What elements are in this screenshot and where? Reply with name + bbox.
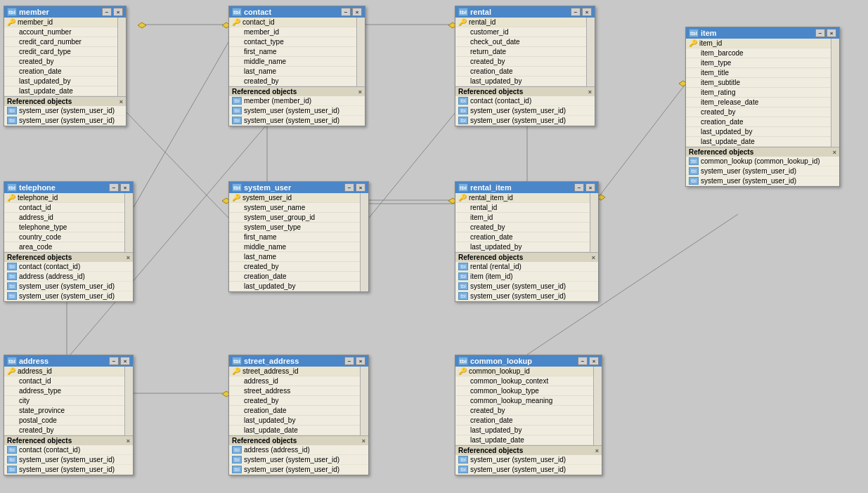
titlebar-contact[interactable]: tblcontact−× [229, 6, 365, 18]
table-column-row: return_date [455, 47, 586, 57]
minimize-btn-system_user[interactable]: − [344, 183, 354, 192]
ref-item: tblsystem_user (system_user_id) [229, 455, 368, 465]
table-column-row: last_update_date [229, 426, 360, 435]
column-name: first_name [244, 233, 357, 241]
table-column-row: creation_date [455, 67, 586, 77]
ref-item: tblsystem_user (system_user_id) [4, 106, 126, 116]
titlebar-rental[interactable]: tblrental−× [455, 6, 595, 18]
column-name: city [19, 397, 122, 405]
ref-title-address: Referenced objects [7, 437, 72, 445]
minimize-btn-street_address[interactable]: − [344, 357, 354, 365]
scrollbar-telephone[interactable] [124, 193, 133, 252]
minimize-btn-address[interactable]: − [109, 357, 119, 365]
close-btn-common_lookup[interactable]: × [589, 357, 599, 365]
ref-item: tbladdress (address_id) [4, 272, 133, 282]
ref-close-street_address[interactable]: × [362, 438, 365, 445]
table-column-row: item_release_date [686, 98, 831, 107]
close-btn-address[interactable]: × [120, 357, 130, 365]
table-column-row: credit_card_number [4, 37, 117, 47]
minimize-btn-item[interactable]: − [815, 29, 825, 37]
close-btn-telephone[interactable]: × [120, 183, 130, 192]
ref-item: tblsystem_user (system_user_id) [4, 455, 133, 465]
close-btn-system_user[interactable]: × [356, 183, 365, 192]
titlebar-rental_item[interactable]: tblrental_item−× [455, 182, 598, 193]
column-list-telephone: 🔑telephone_idcontact_idaddress_idtelepho… [4, 193, 124, 252]
ref-item-label: rental (rental_id) [470, 263, 522, 270]
titlebar-address[interactable]: tbladdress−× [4, 355, 133, 367]
scrollbar-common_lookup[interactable] [593, 367, 602, 445]
column-name: common_lookup_type [470, 387, 590, 395]
titlebar-street_address[interactable]: tblstreet_address−× [229, 355, 368, 367]
ref-close-rental[interactable]: × [588, 88, 592, 96]
table-column-row: rental_id [455, 203, 590, 213]
minimize-btn-telephone[interactable]: − [109, 183, 119, 192]
column-name: last_update_date [244, 426, 357, 434]
column-name: last_updated_by [470, 243, 587, 251]
column-name: telephone_type [19, 223, 122, 231]
titlebar-member[interactable]: tblmember−× [4, 6, 126, 18]
table-column-row: postal_code [4, 416, 124, 426]
table-title-street_address: street_address [244, 357, 299, 365]
minimize-btn-rental[interactable]: − [571, 8, 581, 16]
ref-close-common_lookup[interactable]: × [595, 447, 599, 454]
scrollbar-rental[interactable] [586, 18, 595, 86]
ref-item-icon: tbl [7, 292, 17, 300]
ref-section-street_address: Referenced objects×tbladdress (address_i… [229, 435, 368, 475]
ref-item-label: contact (contact_id) [470, 97, 531, 105]
table-column-row: creation_date [4, 67, 117, 77]
ref-close-telephone[interactable]: × [127, 254, 130, 261]
column-name: item_id [699, 39, 828, 47]
ref-item-label: system_user (system_user_id) [470, 107, 566, 114]
table-column-row: creation_date [455, 232, 590, 242]
minimize-btn-common_lookup[interactable]: − [578, 357, 588, 365]
titlebar-item[interactable]: tblitem−× [686, 27, 839, 39]
table-column-row: first_name [229, 47, 356, 57]
ref-item-label: system_user (system_user_id) [244, 456, 339, 464]
titlebar-system_user[interactable]: tblsystem_user−× [229, 182, 368, 193]
ref-close-address[interactable]: × [127, 438, 130, 445]
close-btn-rental_item[interactable]: × [585, 183, 595, 192]
close-btn-rental[interactable]: × [582, 8, 592, 16]
close-btn-item[interactable]: × [827, 29, 836, 37]
column-name: first_name [244, 48, 354, 55]
column-name: created_by [701, 108, 828, 116]
minimize-btn-member[interactable]: − [102, 8, 112, 16]
table-title-system_user: system_user [244, 183, 291, 192]
table-column-row: address_id [4, 213, 124, 223]
ref-title-telephone: Referenced objects [7, 254, 72, 261]
minimize-btn-contact[interactable]: − [341, 8, 351, 16]
scrollbar-member[interactable] [117, 18, 126, 96]
ref-close-member[interactable]: × [119, 98, 123, 105]
column-name: last_name [244, 253, 357, 261]
ref-item-label: contact (contact_id) [19, 263, 80, 270]
scrollbar-system_user[interactable] [360, 193, 368, 291]
ref-close-contact[interactable]: × [358, 88, 362, 96]
column-name: contact_id [19, 377, 122, 385]
scrollbar-item[interactable] [831, 39, 839, 147]
ref-item: tblsystem_user (system_user_id) [229, 106, 365, 116]
table-column-row: created_by [229, 262, 360, 272]
minimize-btn-rental_item[interactable]: − [574, 183, 584, 192]
column-list-rental: 🔑rental_idcustomer_idcheck_out_dateretur… [455, 18, 586, 86]
ref-section-contact: Referenced objects×tblmember (member_id)… [229, 86, 365, 126]
table-column-row: last_update_date [4, 86, 117, 96]
ref-close-rental_item[interactable]: × [592, 254, 595, 261]
scrollbar-address[interactable] [124, 367, 133, 435]
ref-item-icon: tbl [7, 107, 17, 114]
ref-close-item[interactable]: × [833, 149, 836, 156]
close-btn-street_address[interactable]: × [356, 357, 365, 365]
table-icon-member: tbl [7, 8, 17, 16]
titlebar-common_lookup[interactable]: tblcommon_lookup−× [455, 355, 602, 367]
titlebar-telephone[interactable]: tbltelephone−× [4, 182, 133, 193]
scrollbar-contact[interactable] [356, 18, 365, 86]
close-btn-member[interactable]: × [113, 8, 123, 16]
ref-section-member: Referenced objects×tblsystem_user (syste… [4, 96, 126, 126]
scrollbar-street_address[interactable] [360, 367, 368, 435]
scrollbar-rental_item[interactable] [590, 193, 598, 252]
ref-section-telephone: Referenced objects×tblcontact (contact_i… [4, 252, 133, 301]
ref-item: tblsystem_user (system_user_id) [455, 291, 598, 301]
pk-icon: 🔑 [458, 18, 467, 26]
column-name: account_number [19, 28, 115, 36]
ref-item-label: system_user (system_user_id) [701, 167, 796, 175]
close-btn-contact[interactable]: × [352, 8, 362, 16]
